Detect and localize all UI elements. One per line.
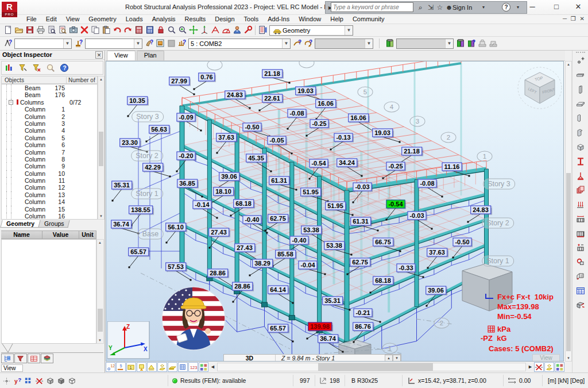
avatar3d-icon[interactable]: [231, 25, 242, 36]
phelp-icon[interactable]: ?: [59, 63, 69, 73]
view-cube[interactable]: TOP LEFT FRONT: [517, 65, 563, 111]
scroll-right-icon[interactable]: ►: [527, 363, 534, 371]
risect-icon[interactable]: [574, 155, 587, 168]
preview-icon[interactable]: [46, 25, 57, 36]
menu-tools[interactable]: Tools: [239, 15, 264, 24]
menu-help[interactable]: Help: [326, 15, 348, 24]
rotq-icon[interactable]: ?: [303, 38, 314, 49]
rcol-icon[interactable]: [574, 83, 587, 96]
help-dropdown-icon[interactable]: ▾: [513, 3, 523, 12]
tab-view[interactable]: View: [107, 51, 136, 60]
zoomwin-icon[interactable]: [177, 25, 188, 36]
handq-icon[interactable]: ?: [144, 38, 154, 49]
tree-row-beam176[interactable]: Beam176: [2, 91, 97, 98]
rdim2-icon[interactable]: [574, 227, 587, 240]
tree-row-column10[interactable]: Column10: [2, 170, 97, 177]
f5-icon[interactable]: [147, 362, 157, 372]
tree-row-column12[interactable]: Column12: [2, 184, 97, 191]
tree-row-column3[interactable]: Column3: [2, 120, 97, 127]
new-icon[interactable]: [2, 25, 13, 36]
level-down-icon[interactable]: ▼: [393, 355, 401, 362]
rdim3-icon[interactable]: [574, 241, 587, 254]
f8-icon[interactable]: [178, 362, 188, 372]
g6-icon[interactable]: [56, 376, 66, 386]
menu-window[interactable]: Window: [294, 15, 326, 24]
g5-icon[interactable]: [45, 376, 55, 386]
f6-icon[interactable]: [544, 362, 554, 372]
send-icon[interactable]: ⇲: [426, 3, 435, 12]
menu-addins[interactable]: Add-Ins: [263, 15, 294, 24]
f2-icon[interactable]: 5: [116, 362, 126, 372]
menu-design[interactable]: Design: [210, 15, 239, 24]
f1-icon[interactable]: 12: [106, 362, 115, 372]
graybtn2-icon[interactable]: [488, 38, 498, 49]
capture-icon[interactable]: [68, 25, 79, 36]
rsolid-icon[interactable]: [574, 141, 587, 153]
calcblue-icon[interactable]: [144, 25, 155, 36]
g3-icon[interactable]: [24, 376, 33, 386]
panel-tab-t4[interactable]: [41, 354, 53, 363]
tree-row-column9[interactable]: Column9: [2, 163, 97, 170]
tree-row-column2[interactable]: Column2: [2, 113, 97, 120]
notes-icon[interactable]: [257, 25, 268, 36]
app-logo-icon[interactable]: R PRO: [2, 2, 17, 17]
panel-tab-t2[interactable]: [14, 354, 27, 363]
wrench-icon[interactable]: [242, 25, 253, 36]
status-section[interactable]: B R30x25: [351, 377, 378, 384]
undo-icon[interactable]: [111, 25, 122, 36]
tree-row-column15[interactable]: Column15: [2, 206, 97, 213]
tab-geometry[interactable]: Geometry: [0, 220, 40, 228]
tree-row-column1[interactable]: Column1: [2, 106, 97, 113]
tree-row-column7[interactable]: Column7: [2, 149, 97, 156]
results-status[interactable]: Results (FEM): available: [180, 377, 246, 384]
layout-selector[interactable]: Geometry ▼: [269, 25, 353, 36]
menu-edit[interactable]: Edit: [41, 15, 61, 24]
f10-icon[interactable]: [199, 362, 208, 372]
level-up-icon[interactable]: ▲: [385, 355, 393, 362]
rsupport-icon[interactable]: [574, 170, 587, 182]
menu-view[interactable]: View: [61, 15, 84, 24]
pan-icon[interactable]: [188, 25, 199, 36]
measure-icon[interactable]: [210, 25, 220, 36]
maximize-button[interactable]: □: [548, 1, 565, 13]
tree-scrollbar[interactable]: ▲▼: [98, 76, 105, 220]
rwall2-icon[interactable]: [574, 126, 587, 139]
binoculars-icon[interactable]: ⌕: [416, 3, 425, 12]
rpanels-icon[interactable]: [574, 184, 587, 197]
tree-row-column14[interactable]: Column14: [2, 198, 97, 205]
mdi-window-controls[interactable]: ─ ❐ ✕: [563, 16, 586, 22]
tree-row-columns[interactable]: −Columns0/72: [2, 99, 97, 106]
pfunnelx-icon[interactable]: [32, 63, 42, 73]
help-icon[interactable]: ?: [502, 3, 510, 11]
g2-icon[interactable]: y?: [13, 376, 22, 386]
lock-icon[interactable]: [155, 25, 166, 36]
f4-icon[interactable]: [137, 362, 146, 372]
redo-icon[interactable]: [122, 25, 133, 36]
graybtn1-icon[interactable]: [477, 38, 488, 49]
rlink-icon[interactable]: [574, 256, 587, 268]
finddoc-icon[interactable]: [57, 25, 68, 36]
rsect-icon[interactable]: [574, 299, 587, 312]
rwall-icon[interactable]: [574, 112, 587, 125]
menu-geometry[interactable]: Geometry: [84, 15, 121, 24]
section-combo[interactable]: ▼: [85, 39, 142, 49]
rslab-icon[interactable]: [574, 98, 587, 110]
node-icon[interactable]: [574, 55, 587, 67]
delete-icon[interactable]: [79, 25, 90, 36]
rframe-icon[interactable]: [574, 270, 587, 283]
paste-icon[interactable]: [100, 25, 111, 36]
open-icon[interactable]: [13, 25, 24, 36]
load-case-combo[interactable]: 5 : COMB2 ▼: [188, 39, 291, 49]
f10-icon[interactable]: [555, 362, 564, 372]
g4-icon[interactable]: [34, 376, 44, 386]
minimize-button[interactable]: ─: [524, 1, 541, 13]
v-scrollbar-thumb[interactable]: [566, 173, 571, 351]
pzoom-icon[interactable]: [45, 63, 56, 73]
f9-icon[interactable]: 123: [188, 362, 198, 372]
v-scrollbar[interactable]: ▲▼: [565, 61, 572, 362]
status-units[interactable]: [m] [kN] [Deg]: [548, 377, 585, 384]
h-scrollbar-thumb[interactable]: [318, 363, 433, 371]
grayblk-icon[interactable]: [165, 38, 176, 49]
stack2q-icon[interactable]: ?: [466, 38, 477, 49]
tree-row-column16[interactable]: Column16: [2, 213, 97, 220]
